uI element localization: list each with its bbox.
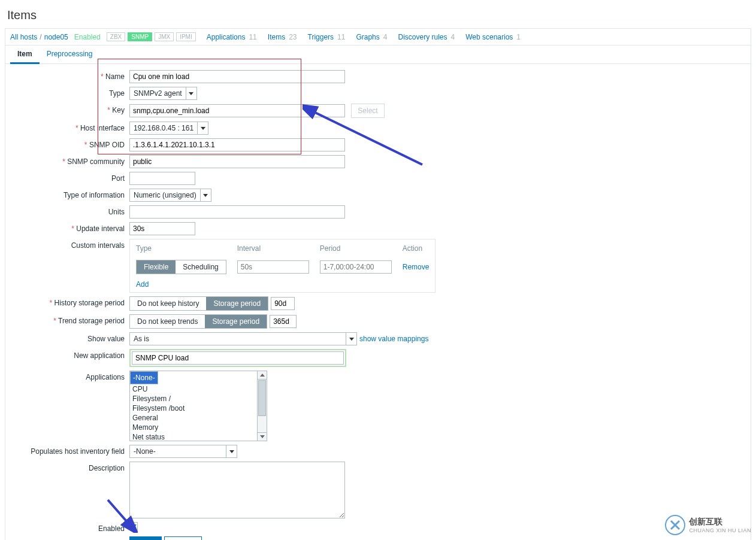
label-snmp-oid: * SNMP OID [5, 138, 129, 149]
segment-flexible[interactable]: Flexible [137, 260, 176, 274]
intervals-header-action: Action [398, 241, 434, 256]
label-units: Units [5, 205, 129, 216]
page-title: Items [7, 8, 749, 22]
tag-jmx: JMX [155, 32, 174, 41]
chevron-down-icon [186, 87, 196, 99]
intervals-header-type: Type [131, 241, 231, 256]
nav-discovery[interactable]: Discovery rules [398, 33, 447, 41]
type-select[interactable]: SNMPv2 agent [129, 87, 197, 100]
nav-applications[interactable]: Applications [207, 33, 246, 41]
label-description: Description [5, 462, 129, 472]
scroll-thumb[interactable] [258, 380, 266, 416]
scroll-up-icon[interactable] [258, 371, 267, 380]
label-applications: Applications [5, 371, 129, 381]
update-interval-input[interactable] [129, 222, 195, 235]
label-type-of-info: Type of information [5, 189, 129, 199]
scroll-down-icon[interactable] [258, 432, 267, 441]
nav-web[interactable]: Web scenarios [465, 33, 513, 41]
interval-remove-link[interactable]: Remove [403, 263, 430, 271]
watermark-text-cn: 创新互联 [689, 517, 751, 527]
watermark: 创新互联 CHUANG XIN HU LIAN [665, 515, 751, 535]
label-name: * Name [5, 70, 129, 81]
snmp-oid-input[interactable] [129, 138, 345, 151]
trend-no-keep[interactable]: Do not keep trends [130, 315, 205, 328]
application-option[interactable]: Net status [130, 432, 257, 441]
tag-zbx: ZBX [107, 32, 125, 41]
key-input[interactable] [129, 104, 345, 117]
form-tabs: Item Preprocessing [5, 45, 751, 64]
label-new-application: New application [5, 349, 129, 360]
label-host-interface: * Host interface [5, 122, 129, 132]
interval-add-link[interactable]: Add [136, 280, 149, 289]
host-status-enabled: Enabled [74, 33, 101, 41]
chevron-down-icon [200, 189, 211, 201]
applications-listbox[interactable]: -None-CPUFilesystem /Filesystem /bootGen… [129, 371, 267, 441]
label-update-interval: * Update interval [5, 222, 129, 233]
watermark-text-en: CHUANG XIN HU LIAN [689, 527, 751, 533]
tab-preprocessing[interactable]: Preprocessing [40, 45, 100, 63]
application-option[interactable]: CPU [130, 384, 257, 394]
populates-select[interactable]: -None- [129, 445, 237, 458]
nav-applications-count: 11 [249, 33, 256, 41]
label-enabled: Enabled [5, 522, 129, 533]
cancel-button[interactable]: Cancel [164, 536, 202, 540]
history-no-keep[interactable]: Do not keep history [130, 297, 206, 310]
application-option[interactable]: General [130, 413, 257, 423]
tab-item[interactable]: Item [10, 45, 40, 64]
breadcrumb-all-hosts[interactable]: All hosts [10, 33, 37, 41]
show-value-select[interactable]: As is [129, 332, 357, 345]
enabled-checkbox[interactable] [129, 522, 138, 530]
breadcrumb-host[interactable]: node05 [44, 33, 68, 41]
intervals-header-period: Period [315, 241, 397, 256]
label-show-value: Show value [5, 332, 129, 343]
nav-graphs-count: 4 [383, 33, 388, 41]
label-type: Type [5, 87, 129, 98]
nav-items[interactable]: Items [268, 33, 285, 41]
add-button[interactable]: Add [129, 536, 162, 540]
label-custom-intervals: Custom intervals [5, 239, 129, 250]
nav-graphs[interactable]: Graphs [356, 33, 379, 41]
nav-discovery-count: 4 [451, 33, 455, 41]
tag-ipmi: IPMI [176, 32, 196, 41]
intervals-header-interval: Interval [232, 241, 314, 256]
trend-value-input[interactable] [270, 315, 297, 328]
description-textarea[interactable] [129, 462, 345, 518]
host-nav: All hosts / node05 Enabled ZBX SNMP JMX … [5, 28, 751, 45]
host-interface-select[interactable]: 192.168.0.45 : 161 [129, 122, 208, 135]
application-option[interactable]: Memory [130, 423, 257, 432]
custom-intervals-table: Type Interval Period Action Flexible Sch… [129, 239, 436, 293]
snmp-community-input[interactable] [129, 155, 345, 168]
select-button: Select [351, 104, 385, 118]
application-option[interactable]: Filesystem / [130, 394, 257, 404]
application-option[interactable]: -None- [130, 371, 158, 384]
history-value-input[interactable] [271, 297, 295, 310]
application-option[interactable]: Filesystem /boot [130, 404, 257, 413]
scrollbar[interactable] [257, 371, 267, 441]
nav-web-count: 1 [516, 33, 521, 41]
chevron-down-icon [197, 122, 208, 134]
label-populates: Populates host inventory field [5, 445, 129, 456]
interval-value-input[interactable] [237, 260, 309, 274]
segment-scheduling[interactable]: Scheduling [176, 260, 225, 274]
interval-period-input[interactable] [320, 260, 392, 274]
port-input[interactable] [129, 172, 195, 185]
show-value-mappings-link[interactable]: show value mappings [359, 335, 428, 343]
watermark-logo-icon [665, 515, 685, 535]
label-trend-storage: * Trend storage period [5, 314, 129, 325]
breadcrumb-sep: / [40, 33, 41, 41]
label-port: Port [5, 172, 129, 183]
name-input[interactable] [129, 70, 345, 83]
units-input[interactable] [129, 205, 345, 219]
trend-storage-period[interactable]: Storage period [205, 315, 267, 328]
tag-snmp: SNMP [128, 32, 152, 41]
label-history-storage: * History storage period [5, 296, 129, 307]
nav-triggers[interactable]: Triggers [308, 33, 334, 41]
chevron-down-icon [226, 445, 237, 457]
chevron-down-icon [346, 333, 356, 345]
history-segment: Do not keep history Storage period [129, 296, 268, 311]
nav-triggers-count: 11 [337, 33, 345, 41]
history-storage-period[interactable]: Storage period [206, 297, 268, 310]
type-of-info-select[interactable]: Numeric (unsigned) [129, 189, 211, 202]
label-snmp-community: * SNMP community [5, 155, 129, 166]
new-application-input[interactable] [132, 351, 344, 365]
